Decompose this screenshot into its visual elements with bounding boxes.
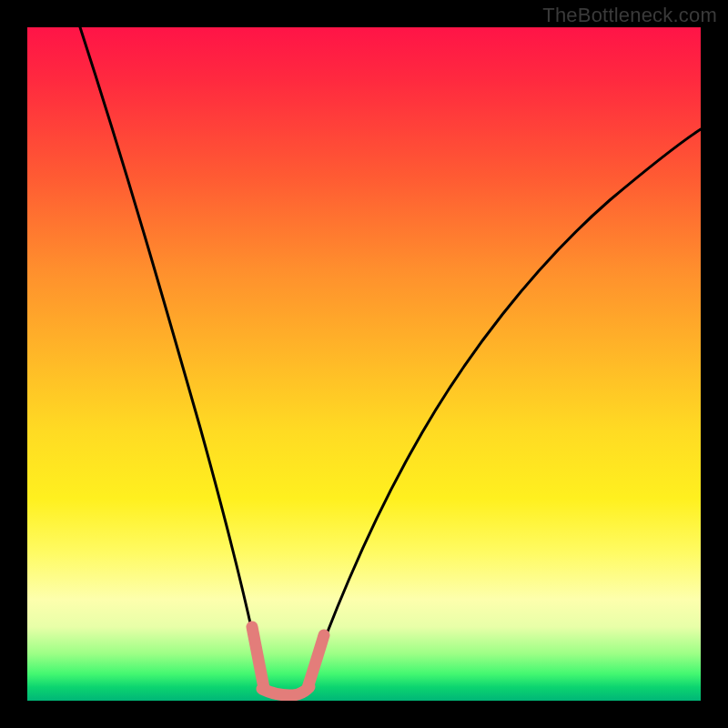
highlight-bottom xyxy=(262,687,309,695)
chart-stage: TheBottleneck.com xyxy=(0,0,728,728)
curve-right-branch xyxy=(308,129,701,686)
curve-layer xyxy=(27,27,701,701)
plot-area xyxy=(27,27,701,701)
curve-left-branch xyxy=(80,27,263,686)
curve-floor xyxy=(263,686,308,694)
watermark-text: TheBottleneck.com xyxy=(542,4,717,27)
highlight-right xyxy=(308,635,324,688)
highlight-left xyxy=(252,627,264,688)
